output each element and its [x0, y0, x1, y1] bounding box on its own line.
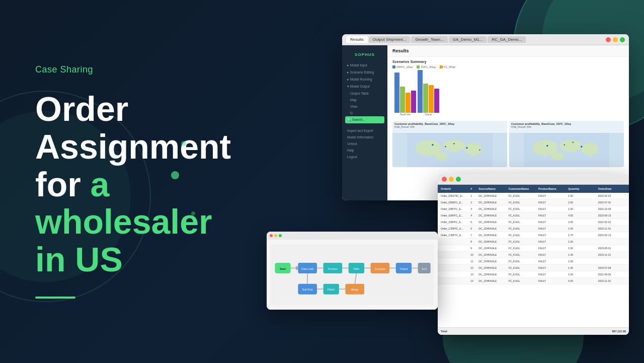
td-num: 2: [470, 201, 476, 204]
close-button[interactable]: [606, 37, 611, 42]
map-panel-right: Customer profitability_BaseCase_31FC_1Da…: [509, 121, 624, 167]
td-source: DC_JOHNVALE: [478, 234, 506, 237]
sidebar-item-model-info[interactable]: Model Information: [345, 134, 384, 140]
td-product: FAULT: [538, 240, 566, 243]
tab-output-shipment[interactable]: Output Shipment...: [369, 36, 411, 43]
td-num: 14: [470, 279, 476, 282]
td-customer: FC_KUGL: [509, 194, 536, 197]
td-num: 11: [470, 260, 476, 263]
chart-legend: 100FC_1Day 31FC_1Day FC_5Day: [392, 65, 624, 68]
svg-point-13: [582, 143, 599, 156]
workflow-body: Start Data Load Process Filter Compute: [267, 240, 438, 310]
sidebar-item-output-table[interactable]: Output Table: [345, 90, 384, 97]
svg-point-5: [432, 144, 433, 146]
sidebar-item-model-running[interactable]: ▸ Model Running: [345, 76, 384, 83]
td-customer: FC_KUGL: [509, 214, 536, 217]
svg-point-15: [546, 145, 548, 147]
table-row: 11 DC_JOHNVALE FC_KUGL FAULT 1.00: [438, 258, 629, 265]
td-num: 4: [470, 214, 476, 217]
screenshot-table: OrderId # SourceName CustomerName Produc…: [438, 174, 629, 335]
table-close[interactable]: [442, 177, 447, 182]
td-customer: FC_KUGL: [509, 201, 536, 204]
td-orderid: Order_C35F7C_E...: [441, 234, 468, 237]
td-orderid: [441, 240, 468, 243]
bar-label-source: Source: [425, 113, 432, 116]
svg-point-6: [445, 146, 446, 148]
tab-ga-demo[interactable]: GA_Demo_M1...: [449, 36, 487, 43]
td-source: DC_JOHNVALE: [478, 227, 506, 230]
bar-src-1: [418, 70, 423, 113]
main-title: Order Assignment for a wholesaler in US: [35, 90, 287, 278]
map-title-left: Customer profitability_BaseCase_10FC_1Da…: [392, 121, 507, 126]
td-source: DC_JOHNVALE: [478, 253, 506, 256]
sidebar-item-logout[interactable]: Logout: [345, 154, 384, 160]
bar-label-basecase: BaseCase: [400, 113, 411, 116]
svg-point-7: [466, 147, 467, 149]
table-row: Order_239FFC_E... 5 DC_JOHNVALE FC_KUGL …: [438, 219, 629, 226]
td-date: 2023-11-21: [598, 253, 626, 256]
sidebar-item-help[interactable]: Help: [345, 147, 384, 154]
window-controls: [606, 37, 625, 42]
sidebar-item-g[interactable]: G: [345, 110, 384, 116]
td-date: 2023-08-13: [598, 214, 626, 217]
td-product: FAULT: [538, 221, 566, 224]
td-customer: FC_KUGL: [509, 234, 536, 237]
th-num: #: [470, 187, 476, 190]
table-min[interactable]: [449, 177, 454, 182]
sidebar-item-model-input[interactable]: ▸ Model Input: [345, 62, 384, 69]
bar-bc-2: [400, 87, 405, 113]
tab-rc-ga[interactable]: RC_GA_Demo...: [488, 36, 526, 43]
sidebar-item-import-export[interactable]: Import and Export: [345, 127, 384, 134]
sidebar-item-scenario-editing[interactable]: ▸ Scenario Editing: [345, 69, 384, 76]
td-orderid: Order_039179C_E...: [441, 194, 468, 197]
sidebar-item-search-active[interactable]: 🔍 Search...: [345, 116, 384, 123]
table-max[interactable]: [456, 177, 461, 182]
table-total-value: 867,121.66: [612, 330, 626, 333]
legend-item-3: FC_5Day: [440, 65, 455, 68]
sidebar: SOPHUS ▸ Model Input ▸ Scenario Editing …: [342, 45, 387, 200]
svg-point-8: [453, 143, 455, 144]
svg-text:Compute: Compute: [375, 267, 385, 270]
td-num: 9: [470, 247, 476, 250]
td-quantity: 1.00: [568, 227, 596, 230]
workflow-min[interactable]: [274, 234, 277, 237]
td-product: FAULT: [538, 266, 566, 269]
td-quantity: 2.00: [568, 201, 596, 204]
tab-growth-team[interactable]: Growth_Team...: [411, 36, 447, 43]
td-customer: FC_KUGL: [509, 253, 536, 256]
workflow-max[interactable]: [279, 234, 282, 237]
screenshot-workflow: Start Data Load Process Filter Compute: [267, 232, 438, 310]
svg-point-16: [564, 144, 565, 146]
sidebar-item-view[interactable]: View: [345, 103, 384, 110]
td-quantity: 5.00: [568, 279, 596, 282]
td-date: 2023-11-01: [598, 227, 626, 230]
legend-dot-3: [440, 65, 443, 68]
tab-results[interactable]: Results: [346, 36, 368, 43]
table-row: Order_C35FFC_E... 6 DC_JOHNVALE FC_KUGL …: [438, 226, 629, 232]
sidebar-item-model-output[interactable]: ▾ Model Output: [345, 83, 384, 90]
sidebar-item-map[interactable]: Map: [345, 97, 384, 103]
bar-bc-1: [394, 72, 399, 113]
svg-text:Sub Proc: Sub Proc: [302, 288, 313, 291]
sidebar-logo: SOPHUS: [342, 49, 387, 60]
table-total-label: Total: [441, 330, 447, 333]
sidebar-item-unlock[interactable]: Unlock: [345, 140, 384, 147]
td-date: 2023-11-01: [598, 279, 626, 282]
svg-point-4: [435, 152, 448, 161]
td-orderid: Order_23B7FC_E...: [441, 207, 468, 210]
td-orderid: Order_C35FFC_E...: [441, 227, 468, 230]
bar-group-basecase: BaseCase: [394, 72, 416, 116]
td-product: FAULT: [538, 201, 566, 204]
td-source: DC_JOHNVALE: [478, 201, 506, 204]
maximize-button[interactable]: [620, 37, 625, 42]
map-subtitle-right: Profit_Percent: 53%: [509, 126, 624, 129]
td-num: 12: [470, 266, 476, 269]
bar-bc-4: [411, 91, 416, 113]
td-orderid: [441, 253, 468, 256]
td-quantity: 1.00: [568, 273, 596, 276]
td-quantity: 1.00: [568, 240, 596, 243]
minimize-button[interactable]: [613, 37, 618, 42]
td-quantity: 1.40: [568, 266, 596, 269]
workflow-close[interactable]: [270, 234, 273, 237]
float-dot-1: [171, 171, 179, 179]
